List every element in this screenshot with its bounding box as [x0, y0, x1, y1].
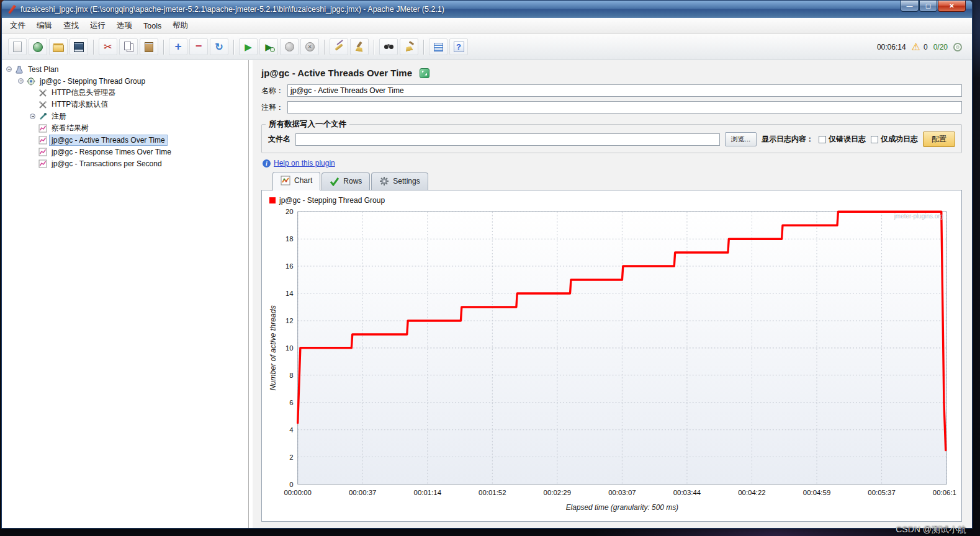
help-button[interactable] [449, 38, 468, 55]
copy-button[interactable] [119, 38, 138, 55]
svg-text:4: 4 [289, 426, 294, 434]
tree-item-active-threads-over-time[interactable]: jp@gc - Active Threads Over Time [2, 134, 248, 146]
name-label: 名称： [261, 86, 284, 96]
menu-options[interactable]: 选项 [111, 18, 138, 34]
cut-button[interactable] [99, 38, 117, 55]
open-file-button[interactable] [49, 38, 68, 55]
tree-expand-handle[interactable] [18, 78, 24, 84]
tree-item-label: jp@gc - Active Threads Over Time [50, 135, 167, 145]
tree-item-label: jp@gc - Transactions per Second [50, 159, 164, 169]
configure-button[interactable]: 配置 [923, 132, 955, 147]
tree-panel: Test Planjp@gc - Stepping Thread GroupHT… [2, 60, 249, 528]
maximize-button[interactable]: ▢ [919, 1, 937, 12]
paste-button[interactable] [140, 38, 158, 55]
menu-tools[interactable]: Tools [138, 19, 167, 33]
toolbar-separator [93, 40, 94, 55]
svg-text:00:06:14: 00:06:14 [933, 488, 956, 496]
templates-button[interactable] [29, 38, 47, 55]
new-file-button[interactable] [8, 38, 27, 55]
toolbar-separator [163, 40, 164, 55]
jpgc-plugin-icon[interactable] [420, 68, 429, 78]
x-axis-title: Elapsed time (granularity: 500 ms) [566, 502, 678, 511]
help-row: i Help on this plugin [263, 159, 962, 168]
svg-text:00:03:07: 00:03:07 [608, 488, 636, 496]
success-only-label: 仅成功日志 [881, 134, 918, 145]
log-warning-icon[interactable]: ⚠ [912, 42, 920, 52]
tab-label: Rows [343, 177, 362, 185]
clear-button[interactable] [330, 38, 348, 55]
tree-item-transactions-per-second[interactable]: jp@gc - Transactions per Second [2, 158, 248, 169]
start-no-pauses-button[interactable] [259, 38, 278, 55]
restart-button[interactable] [210, 38, 228, 55]
tree-item-label: HTTP信息头管理器 [50, 87, 117, 99]
tree-item-test-plan[interactable]: Test Plan [2, 63, 248, 75]
tree-item-http-request-defaults[interactable]: HTTP请求默认值 [2, 99, 248, 110]
function-helper-button[interactable] [429, 38, 447, 55]
svg-text:00:01:14: 00:01:14 [414, 488, 442, 496]
tree-item-stepping-thread-group[interactable]: jp@gc - Stepping Thread Group [2, 75, 248, 87]
svg-text:0: 0 [289, 480, 293, 488]
svg-text:00:04:22: 00:04:22 [738, 488, 765, 496]
tree-expand-handle[interactable] [6, 66, 12, 72]
save-button[interactable] [70, 38, 88, 55]
header-manager-icon [38, 88, 47, 97]
listener-icon [38, 123, 47, 133]
tree-item-response-times-over-time[interactable]: jp@gc - Response Times Over Time [2, 146, 248, 158]
errors-only-checkbox[interactable] [819, 136, 826, 143]
svg-text:14: 14 [285, 289, 294, 297]
tree-item-label: jp@gc - Response Times Over Time [50, 147, 173, 157]
clear-all-button[interactable] [350, 38, 369, 55]
tab-chart[interactable]: Chart [272, 172, 320, 190]
toolbar: 00:06:14 ⚠ 0 0/20 [2, 34, 972, 60]
info-icon: i [263, 159, 271, 168]
menu-file[interactable]: 文件 [4, 18, 31, 34]
svg-text:00:00:37: 00:00:37 [349, 488, 376, 496]
minimize-button[interactable]: — [901, 1, 919, 12]
tree-item-http-header-manager[interactable]: HTTP信息头管理器 [2, 87, 248, 99]
svg-text:00:05:37: 00:05:37 [868, 488, 895, 496]
name-input[interactable] [287, 84, 962, 97]
svg-text:00:00:00: 00:00:00 [284, 488, 311, 496]
start-button[interactable] [239, 38, 258, 55]
name-row: 名称： [261, 84, 962, 97]
gear-icon [379, 176, 389, 186]
request-defaults-icon [38, 100, 47, 109]
chart-panel: jp@gc - Stepping Thread Group 0246810121… [261, 190, 962, 522]
svg-text:00:04:59: 00:04:59 [803, 488, 830, 496]
tab-settings[interactable]: Settings [371, 172, 428, 190]
menu-help[interactable]: 帮助 [167, 18, 194, 34]
comments-input[interactable] [287, 101, 962, 114]
shutdown-button[interactable] [300, 38, 319, 55]
success-only-option[interactable]: 仅成功日志 [871, 134, 918, 145]
y-axis-title: Number of active threads [269, 305, 277, 390]
chart-icon [281, 176, 290, 185]
tree-item-label: HTTP请求默认值 [50, 99, 110, 110]
test-plan-icon [14, 65, 24, 74]
reset-search-button[interactable] [400, 38, 418, 55]
tree-item-register-sampler[interactable]: 注册 [2, 110, 248, 122]
chart-legend: jp@gc - Stepping Thread Group [267, 194, 956, 207]
title-bar[interactable]: fuzaiceshi_jpgc.jmx (E:\songqing\apache-… [2, 1, 972, 18]
tree-item-label: 察看结果树 [50, 122, 91, 134]
menu-edit[interactable]: 编辑 [31, 18, 58, 34]
browse-button[interactable]: 浏览... [725, 132, 757, 146]
tab-rows[interactable]: Rows [321, 172, 370, 190]
close-button[interactable]: ✕ [938, 1, 966, 12]
tree-expand-handle[interactable] [30, 114, 35, 119]
success-only-checkbox[interactable] [871, 136, 878, 143]
tab-strip: ChartRowsSettings [261, 172, 962, 190]
svg-text:10: 10 [285, 344, 294, 352]
svg-text:00:03:44: 00:03:44 [673, 488, 701, 496]
filename-input[interactable] [295, 133, 720, 146]
menu-search[interactable]: 查找 [58, 18, 84, 34]
remove-button[interactable] [189, 38, 208, 55]
tree-item-view-results-tree[interactable]: 察看结果树 [2, 122, 248, 134]
add-button[interactable] [169, 38, 187, 55]
menu-run[interactable]: 运行 [84, 18, 111, 34]
stop-button[interactable] [280, 38, 299, 55]
errors-only-option[interactable]: 仅错误日志 [819, 134, 866, 145]
toolbar-buttons [8, 38, 468, 55]
help-plugin-link[interactable]: Help on this plugin [274, 159, 335, 168]
page-title-row: jp@gc - Active Threads Over Time [261, 68, 962, 78]
search-button[interactable] [379, 38, 398, 55]
